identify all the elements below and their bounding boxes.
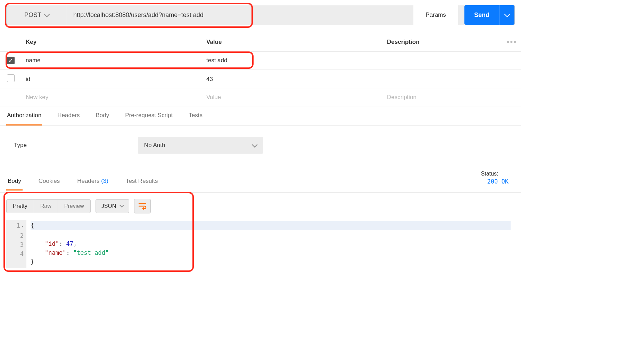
response-body-editor[interactable]: 1 2 3 4 { "id": 47, "name": "test add" } bbox=[6, 220, 515, 268]
chevron-down-icon bbox=[504, 11, 510, 17]
request-tabs: Authorization Headers Body Pre-request S… bbox=[0, 106, 521, 126]
url-input[interactable] bbox=[67, 5, 413, 25]
resp-tab-headers[interactable]: Headers (3) bbox=[76, 173, 110, 190]
gutter: 1 2 3 4 bbox=[6, 220, 26, 268]
tab-headers[interactable]: Headers bbox=[57, 106, 80, 125]
method-label: POST bbox=[24, 11, 41, 19]
table-row[interactable]: ✓ name test add bbox=[0, 52, 521, 70]
cell-key[interactable]: name bbox=[22, 52, 202, 70]
app: POST Params Send Key Value Description •… bbox=[0, 0, 521, 268]
cell-value[interactable]: 43 bbox=[202, 70, 383, 89]
code-content: { "id": 47, "name": "test add" } bbox=[26, 220, 515, 268]
wrap-button[interactable] bbox=[134, 199, 151, 213]
status-code: 200 OK bbox=[487, 177, 509, 186]
cell-value-placeholder[interactable]: Value bbox=[202, 89, 383, 106]
row-checkbox[interactable] bbox=[7, 74, 15, 82]
th-value: Value bbox=[202, 33, 383, 52]
body-toolbar: Pretty Raw Preview JSON bbox=[0, 193, 521, 220]
status-label: Status: bbox=[481, 171, 498, 177]
auth-type-value: No Auth bbox=[144, 142, 165, 149]
row-checkbox[interactable]: ✓ bbox=[7, 57, 15, 64]
chevron-down-icon bbox=[44, 11, 50, 17]
table-row[interactable]: id 43 bbox=[0, 70, 521, 89]
view-mode-group: Pretty Raw Preview bbox=[6, 199, 91, 213]
params-header-row: Key Value Description ••• bbox=[0, 33, 521, 52]
send-button[interactable]: Send bbox=[464, 5, 499, 25]
mode-pretty[interactable]: Pretty bbox=[7, 200, 34, 213]
chevron-down-icon bbox=[120, 203, 124, 208]
resp-tab-headers-label: Headers bbox=[77, 178, 99, 184]
method-select[interactable]: POST bbox=[7, 5, 67, 25]
cell-key-placeholder[interactable]: New key bbox=[22, 89, 202, 106]
params-button-label: Params bbox=[426, 11, 446, 18]
auth-section: Type No Auth bbox=[0, 126, 521, 165]
format-select[interactable]: JSON bbox=[96, 199, 130, 213]
chevron-down-icon bbox=[251, 141, 257, 147]
cell-value[interactable]: test add bbox=[202, 52, 383, 70]
response-tabs: Body Cookies Headers (3) Test Results St… bbox=[0, 168, 521, 193]
send-group: Send bbox=[464, 5, 514, 25]
format-value: JSON bbox=[101, 203, 116, 209]
cell-desc[interactable] bbox=[383, 52, 503, 70]
th-desc: Description bbox=[383, 33, 503, 52]
table-new-row[interactable]: New key Value Description bbox=[0, 89, 521, 106]
tab-authorization[interactable]: Authorization bbox=[6, 106, 42, 125]
tab-body[interactable]: Body bbox=[95, 106, 110, 125]
headers-count: (3) bbox=[101, 178, 108, 184]
mode-raw[interactable]: Raw bbox=[34, 200, 58, 213]
more-icon[interactable]: ••• bbox=[507, 38, 517, 46]
resp-tab-body[interactable]: Body bbox=[6, 173, 23, 190]
tab-tests[interactable]: Tests bbox=[188, 106, 203, 125]
send-dropdown[interactable] bbox=[499, 5, 514, 25]
resp-tab-testresults[interactable]: Test Results bbox=[124, 173, 159, 190]
status: Status: 200 OK bbox=[481, 171, 515, 192]
send-button-label: Send bbox=[474, 11, 489, 18]
resp-tab-cookies[interactable]: Cookies bbox=[37, 173, 61, 190]
cell-desc[interactable] bbox=[383, 70, 503, 89]
cell-desc-placeholder[interactable]: Description bbox=[383, 89, 503, 106]
cell-key[interactable]: id bbox=[22, 70, 202, 89]
request-bar: POST Params Send bbox=[6, 5, 515, 25]
auth-type-label: Type bbox=[14, 142, 27, 149]
params-table: Key Value Description ••• ✓ name test ad… bbox=[0, 33, 521, 106]
mode-preview[interactable]: Preview bbox=[58, 200, 90, 213]
th-key: Key bbox=[22, 33, 202, 52]
auth-type-select[interactable]: No Auth bbox=[138, 137, 263, 154]
tab-prerequest[interactable]: Pre-request Script bbox=[124, 106, 173, 125]
wrap-icon bbox=[138, 203, 147, 210]
params-button[interactable]: Params bbox=[413, 5, 458, 25]
